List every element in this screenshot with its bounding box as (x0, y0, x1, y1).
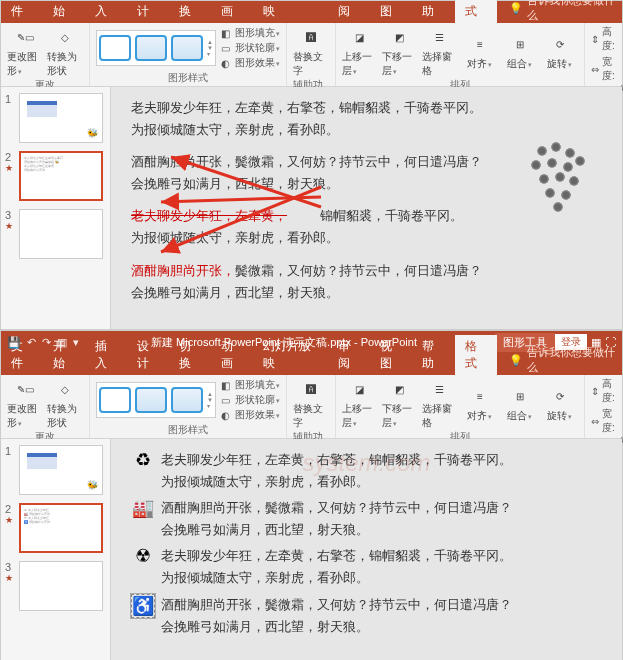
text-line: 老夫聊发少年狂，左牵黄，右擎苍，锦帽貂裘，千骑卷平冈。 (161, 449, 512, 471)
save-icon[interactable]: 💾 (7, 336, 21, 349)
group-button[interactable]: ⊞组合 (502, 32, 538, 71)
thumb-3[interactable]: 3★ (5, 209, 106, 259)
tab-design[interactable]: 设计 (127, 335, 169, 375)
tab-animation[interactable]: 动画 (211, 335, 253, 375)
shape-outline-button[interactable]: ▭形状轮廓 (220, 41, 280, 55)
shape-style-gallery[interactable]: ▲▼▾ (96, 30, 216, 66)
edit-shape-icon: ✎▭ (13, 25, 37, 49)
align-button[interactable]: ≡对齐 (462, 32, 498, 71)
tab-transition[interactable]: 切换 (169, 335, 211, 375)
style-thumb-2[interactable] (135, 387, 167, 413)
rotate-icon: ⟳ (548, 32, 572, 56)
gallery-spinner[interactable]: ▲▼▾ (207, 39, 213, 57)
convert-shape-button[interactable]: ◇转换为形状 (47, 25, 83, 78)
redo-icon[interactable]: ↷ (42, 336, 51, 349)
qat-more-icon[interactable]: ▾ (73, 336, 79, 349)
bullet-icon[interactable]: ☢ (131, 545, 155, 567)
send-backward-label: 下移一层 (382, 50, 418, 78)
tab-help[interactable]: 帮助 (412, 335, 454, 375)
tab-insert[interactable]: 插入 (85, 0, 127, 23)
arrow-annotations (131, 97, 531, 317)
align-button[interactable]: ≡对齐 (462, 384, 498, 423)
bullet-icon[interactable]: 🏭 (131, 497, 155, 519)
send-backward-icon: ◩ (388, 25, 412, 49)
alt-text-button[interactable]: 🅰替换文字 (293, 25, 329, 78)
tab-help[interactable]: 帮助 (412, 0, 454, 23)
style-thumb-3[interactable] (171, 35, 203, 61)
selection-pane-button[interactable]: ☰选择窗格 (422, 377, 458, 430)
align-icon: ≡ (468, 384, 492, 408)
tab-design[interactable]: 设计 (127, 0, 169, 23)
bullet-icon[interactable]: ♻ (131, 449, 155, 471)
tab-format[interactable]: 格式 (455, 335, 497, 375)
tab-view[interactable]: 视图 (370, 0, 412, 23)
shape-style-gallery[interactable]: ▲▼▾ (96, 382, 216, 418)
text-line: 会挽雕弓如满月，西北望，射天狼。 (161, 616, 512, 638)
style-thumb-1[interactable] (99, 387, 131, 413)
edit-shape-label: 更改图形 (7, 402, 43, 430)
convert-shape-button[interactable]: ◇转换为形状 (47, 377, 83, 430)
shape-fill-button[interactable]: ◧图形填充 (220, 378, 280, 392)
shape-effect-label: 图形效果 (235, 408, 280, 422)
slide-editor[interactable]: 老夫聊发少年狂，左牵黄，右擎苍，锦帽貂裘，千骑卷平冈。 为报倾城随太守，亲射虎，… (111, 87, 622, 329)
effect-icon: ◐ (220, 57, 232, 69)
send-backward-button[interactable]: ◩下移一层 (382, 25, 418, 78)
bullet-row[interactable]: ♿酒酣胸胆尚开张，鬓微霜，又何妨？持节云中，何日遣冯唐？会挽雕弓如满月，西北望，… (131, 594, 602, 638)
selection-pane-label: 选择窗格 (422, 50, 458, 78)
edit-shape-button[interactable]: ✎▭更改图形 (7, 25, 43, 78)
slide-editor[interactable]: system.com ♻老夫聊发少年狂，左牵黄，右擎苍，锦帽貂裘，千骑卷平冈。为… (111, 439, 622, 660)
tab-transition[interactable]: 切换 (169, 0, 211, 23)
tab-home[interactable]: 开始 (43, 0, 85, 23)
tab-slideshow[interactable]: 幻灯片放映 (253, 335, 328, 375)
alt-text-button[interactable]: 🅰替换文字 (293, 377, 329, 430)
start-icon[interactable]: ▥ (57, 336, 67, 349)
shape-effect-button[interactable]: ◐图形效果 (220, 408, 280, 422)
edit-shape-icon: ✎▭ (13, 377, 37, 401)
rotate-button[interactable]: ⟳旋转 (542, 384, 578, 423)
style-thumb-2[interactable] (135, 35, 167, 61)
thumb-3[interactable]: 3★ (5, 561, 106, 611)
group-btn-label: 组合 (507, 409, 532, 423)
tell-me-search[interactable]: 💡告诉我你想要做什么 (503, 0, 622, 23)
selection-pane-button[interactable]: ☰选择窗格 (422, 25, 458, 78)
text-line: 老夫聊发少年狂，左牵黄，右擎苍，锦帽貂裘，千骑卷平冈。 (161, 545, 512, 567)
edit-shape-button[interactable]: ✎▭更改图形 (7, 377, 43, 430)
thumb-1[interactable]: 1🐝 (5, 93, 106, 143)
rotate-button[interactable]: ⟳旋转 (542, 32, 578, 71)
shape-outline-label: 形状轮廓 (235, 393, 280, 407)
shape-fill-label: 图形填充 (235, 26, 280, 40)
style-thumb-3[interactable] (171, 387, 203, 413)
bring-forward-button[interactable]: ◪上移一层 (342, 377, 378, 430)
rotate-label: 旋转 (547, 57, 572, 71)
powerpoint-window-bottom: 💾 ↶ ↷ ▥ ▾ 新建 Microsoft PowerPoint 演示文稿.p… (0, 330, 623, 660)
thumb-1[interactable]: 1🐝 (5, 445, 106, 495)
tab-view[interactable]: 视图 (370, 335, 412, 375)
tab-animation[interactable]: 动画 (211, 0, 253, 23)
tab-insert[interactable]: 插入 (85, 335, 127, 375)
bring-forward-label: 上移一层 (342, 402, 378, 430)
undo-icon[interactable]: ↶ (27, 336, 36, 349)
alt-text-label: 替换文字 (293, 50, 329, 78)
thumb-2[interactable]: 2★老夫聊发少年狂左牵黄右擎苍酒酣胸胆尚开张鬓微霜 🐝老夫聊发少年狂左牵黄酒酣胸… (5, 151, 106, 201)
tab-review[interactable]: 审阅 (328, 335, 370, 375)
bullet-icon[interactable]: ♿ (131, 594, 155, 618)
bring-forward-button[interactable]: ◪上移一层 (342, 25, 378, 78)
shape-effect-button[interactable]: ◐图形效果 (220, 56, 280, 70)
shape-outline-button[interactable]: ▭形状轮廓 (220, 393, 280, 407)
group-button[interactable]: ⊞组合 (502, 384, 538, 423)
shape-fill-button[interactable]: ◧图形填充 (220, 26, 280, 40)
tab-slideshow[interactable]: 幻灯片放映 (253, 0, 328, 23)
spray-brush-icon[interactable] (531, 142, 591, 212)
powerpoint-window-top: 文件 开始 插入 设计 切换 动画 幻灯片放映 审阅 视图 帮助 格式 💡告诉我… (0, 0, 623, 330)
gallery-spinner[interactable]: ▲▼▾ (207, 391, 213, 409)
tell-me-search[interactable]: 💡告诉我你想要做什么 (503, 345, 622, 375)
send-backward-button[interactable]: ◩下移一层 (382, 377, 418, 430)
tab-file[interactable]: 文件 (1, 0, 43, 23)
thumb-2[interactable]: 2★♻ 老夫聊发少年狂🏭 酒酣胸胆尚开张☢ 老夫聊发少年狂♿ 酒酣胸胆尚开张 (5, 503, 106, 553)
tab-review[interactable]: 审阅 (328, 0, 370, 23)
bullet-row[interactable]: ☢老夫聊发少年狂，左牵黄，右擎苍，锦帽貂裘，千骑卷平冈。为报倾城随太守，亲射虎，… (131, 545, 602, 589)
bullet-row[interactable]: ♻老夫聊发少年狂，左牵黄，右擎苍，锦帽貂裘，千骑卷平冈。为报倾城随太守，亲射虎，… (131, 449, 602, 493)
bullet-row[interactable]: 🏭酒酣胸胆尚开张，鬓微霜，又何妨？持节云中，何日遣冯唐？会挽雕弓如满月，西北望，… (131, 497, 602, 541)
style-thumb-1[interactable] (99, 35, 131, 61)
tab-format[interactable]: 格式 (455, 0, 497, 23)
